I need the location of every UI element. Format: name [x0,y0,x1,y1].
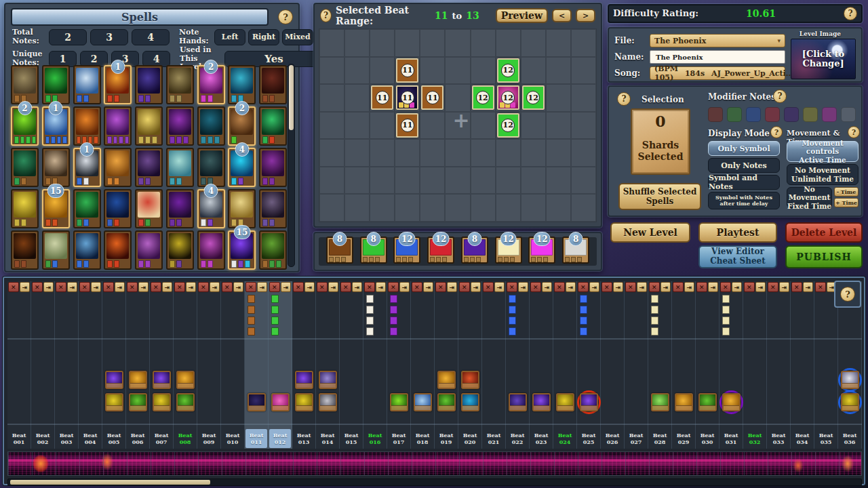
beat-label[interactable]: Beat001 [8,429,30,448]
spell-card-white-swirl[interactable] [73,65,101,104]
beat-label[interactable]: Beat034 [791,429,813,448]
timeline-spell-icon-ghost[interactable] [841,371,859,389]
beat-label[interactable]: Beat005 [103,429,125,448]
timeline-spell-icon-pinkswirl[interactable] [271,393,290,411]
beat-grid-cell[interactable] [445,139,470,167]
beat-grid-cell[interactable] [445,194,470,222]
beat-grid-cell[interactable] [571,139,596,167]
beat-grid-cell[interactable]: 12 [471,84,496,112]
spell-card-yellow-totem[interactable] [135,106,163,146]
beat-grid-cell[interactable]: 11 [395,84,420,112]
spell-card-cyan-splash[interactable]: 4 [228,148,256,187]
timeline-spell-icon-phoenix[interactable] [390,393,408,411]
beat-label[interactable]: Beat018 [412,429,433,448]
beat-grid-cell[interactable] [471,112,496,140]
note-count-card[interactable]: 12 [528,237,555,264]
beat-label[interactable]: Beat012 [269,429,291,448]
spell-card-orange-meteors[interactable] [73,106,101,146]
delete-beat-button[interactable]: ✕ [673,282,684,292]
beat-grid-cell[interactable] [521,194,546,222]
delete-beat-button[interactable]: ✕ [198,282,209,292]
beat-grid-cell[interactable] [319,112,344,140]
beat-grid-cell[interactable] [471,29,496,57]
timeline-spell-icon-chains[interactable] [461,371,479,389]
spell-card-dark-bird[interactable] [166,230,194,270]
beat-grid-cell[interactable] [521,167,546,195]
advance-beat-button[interactable]: ⇥ [138,282,149,292]
beat-label[interactable]: Beat027 [625,429,647,448]
spell-card-green-leaf[interactable] [42,65,70,104]
modifier-notes-help-button[interactable]: ? [773,89,787,103]
beat-note-12[interactable]: 12 [497,58,519,83]
note-count-card[interactable]: 12 [495,237,522,264]
advance-beat-button[interactable]: ⇥ [755,282,766,292]
beat-note-12[interactable]: 12 [497,113,519,138]
advance-beat-button[interactable]: ⇥ [162,282,173,292]
beat-label[interactable]: Beat028 [649,429,671,448]
timeline-spell-icon-melon[interactable] [437,393,456,411]
timeline-spell-icon-melon[interactable] [698,393,717,411]
beat-grid-cell[interactable] [344,139,370,167]
beat-note-11[interactable]: 11 [396,58,418,83]
beat-grid-cell[interactable] [420,57,445,85]
timeline-spell-icon-lightning[interactable] [580,393,598,411]
beat-grid-cell[interactable] [420,112,445,140]
timeline-spell-icon-lightning[interactable] [295,371,313,389]
beat-grid-cell[interactable] [445,84,470,112]
advance-beat-button[interactable]: ⇥ [43,282,54,292]
advance-beat-button[interactable]: ⇥ [494,282,505,292]
spell-card-green-comet[interactable] [259,106,287,146]
delete-beat-button[interactable]: ✕ [151,282,161,292]
filter-note-hands-Mixed[interactable]: Mixed [282,29,313,45]
timeline-spell-icon-leaf[interactable] [651,393,669,411]
advance-beat-button[interactable]: ⇥ [613,282,624,292]
spell-card-purple-orb[interactable] [166,189,194,228]
spell-card-purple-ring[interactable] [197,230,225,270]
beat-grid-cell[interactable] [420,29,445,57]
delete-beat-button[interactable]: ✕ [530,282,541,292]
beat-grid-cell[interactable]: 11 [370,84,395,112]
beat-label[interactable]: Beat010 [222,429,243,448]
beat-grid-cell[interactable] [571,112,596,140]
modifier-note-3[interactable] [746,107,761,122]
spell-card-lava[interactable] [104,230,132,270]
spell-card-yellow-swirl[interactable] [11,189,39,228]
beat-grid-cell[interactable] [496,194,521,222]
delete-beat-button[interactable]: ✕ [507,282,517,292]
spell-card-yellow-cloth[interactable] [228,189,256,228]
delete-beat-button[interactable]: ✕ [388,282,399,292]
advance-beat-button[interactable]: ⇥ [803,282,814,292]
spell-card-amber-shield[interactable]: 15 [42,189,70,228]
timeline-spell-icon-lightning[interactable] [105,371,123,389]
beat-grid-cell[interactable] [521,29,546,57]
note-count-card[interactable]: 8 [461,237,488,264]
delete-beat-button[interactable]: ✕ [317,282,328,292]
beat-note-12[interactable]: 12 [472,85,494,110]
delete-beat-button[interactable]: ✕ [79,282,90,292]
delete-beat-button[interactable]: ✕ [625,282,636,292]
beat-grid-cell[interactable] [319,194,344,222]
spell-card-purple-flame[interactable] [259,148,287,187]
advance-beat-button[interactable]: ⇥ [423,282,434,292]
beat-grid-cell[interactable] [370,167,395,195]
beat-grid-cell[interactable] [370,29,395,57]
spell-card-bear[interactable]: 2 [228,106,256,146]
beat-grid-cell[interactable] [395,194,420,222]
file-dropdown[interactable]: The Phoenix ▾ [650,34,785,47]
no-movement-fixed-button[interactable]: No Movement Fixed Time [787,187,832,208]
timeline-spell-icon-shield[interactable] [129,371,147,389]
delete-beat-button[interactable]: ✕ [222,282,233,292]
modifier-note-4[interactable] [765,107,780,122]
beat-note-11[interactable]: 11 [421,85,443,110]
beat-grid-cell[interactable] [546,139,571,167]
delete-level-button[interactable]: Delete Level [785,222,863,243]
beat-label[interactable]: Beat026 [601,429,623,448]
timeline-spell-icon-galaxy[interactable] [509,393,527,411]
selection-help-button[interactable]: ? [617,92,631,106]
beat-grid-cell[interactable] [395,167,420,195]
delete-beat-button[interactable]: ✕ [744,282,755,292]
timeline-spell-icon-shield[interactable] [437,371,456,389]
spell-card-green-serpent[interactable] [11,148,39,187]
modifier-note-6[interactable] [803,107,818,122]
note-count-card[interactable]: 8 [562,237,589,264]
